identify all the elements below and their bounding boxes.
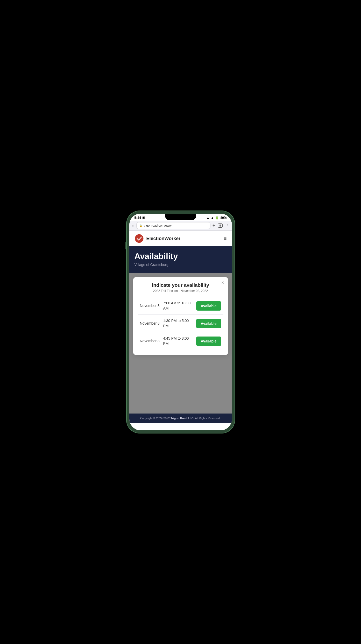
status-bar: 5:44 ▣ ▲ ▲ 🔋 89% <box>129 214 232 221</box>
app-content: ElectionWorker ≡ Availability Village of… <box>129 231 232 423</box>
bottom-gray-area <box>129 358 232 414</box>
sim-icon: ▣ <box>142 216 145 219</box>
svg-point-0 <box>135 234 144 243</box>
page-title: Availability <box>135 251 227 261</box>
avail-time-1: 7:00 AM to 10:30 AM <box>163 301 194 311</box>
logo-text: ElectionWorker <box>146 236 181 241</box>
available-button-2[interactable]: Available <box>196 319 221 328</box>
avail-time-2: 1:30 PM to 5:00 PM <box>163 318 194 328</box>
time-display: 5:44 <box>135 216 141 220</box>
url-bar[interactable]: 🔒 trigonroad.com/ew/v <box>136 222 210 229</box>
availability-row: November 8 7:00 AM to 10:30 AM Available <box>138 297 223 314</box>
phone-screen: 5:44 ▣ ▲ ▲ 🔋 89% ⌂ 🔒 trigonroad.com/ew/v… <box>129 214 232 430</box>
add-tab-button[interactable]: + <box>213 223 215 228</box>
available-button-1[interactable]: Available <box>196 301 221 311</box>
overlay-background: × Indicate your availability 2022 Fall E… <box>129 273 232 423</box>
tab-count-badge[interactable]: 9 <box>218 223 222 228</box>
page-subtitle: Village of Grantsburg <box>135 263 227 267</box>
browser-actions: + 9 ⋮ <box>213 223 229 228</box>
logo-area: ElectionWorker <box>135 234 181 243</box>
avail-date-2: November 8 <box>140 321 161 326</box>
status-left: 5:44 ▣ <box>135 216 145 220</box>
footer-brand: Trigon Road LLC <box>171 417 194 420</box>
page-header: Availability Village of Grantsburg <box>129 246 232 273</box>
battery-percent: 89% <box>220 216 226 220</box>
modal-title: Indicate your availability <box>138 282 223 288</box>
wifi-icon: ▲ <box>207 216 210 220</box>
avail-date-1: November 8 <box>140 303 161 309</box>
app-header: ElectionWorker ≡ <box>129 231 232 246</box>
phone-frame: 5:44 ▣ ▲ ▲ 🔋 89% ⌂ 🔒 trigonroad.com/ew/v… <box>126 211 235 433</box>
modal-subtitle: 2022 Fall Election - November 08, 2022 <box>138 289 223 293</box>
status-right: ▲ ▲ 🔋 89% <box>207 216 227 220</box>
lock-icon: 🔒 <box>139 224 142 227</box>
app-footer: Copyright © 2022-2022 Trigon Road LLC. A… <box>129 414 232 423</box>
url-text: trigonroad.com/ew/v <box>144 224 172 227</box>
avail-time-3: 4:45 PM to 8:00 PM <box>163 336 194 346</box>
home-icon[interactable]: ⌂ <box>132 223 135 228</box>
more-menu-button[interactable]: ⋮ <box>225 223 229 228</box>
battery-icon: 🔋 <box>215 216 219 220</box>
availability-row: November 8 4:45 PM to 8:00 PM Available <box>138 332 223 350</box>
avail-date-3: November 8 <box>140 339 161 344</box>
logo-icon <box>135 234 144 243</box>
notch <box>165 214 196 220</box>
browser-bar: ⌂ 🔒 trigonroad.com/ew/v + 9 ⋮ <box>129 221 232 231</box>
availability-row: November 8 1:30 PM to 5:00 PM Available <box>138 314 223 332</box>
modal-close-button[interactable]: × <box>221 280 224 285</box>
hamburger-menu-button[interactable]: ≡ <box>224 236 227 241</box>
signal-icon: ▲ <box>211 216 214 220</box>
availability-modal: × Indicate your availability 2022 Fall E… <box>133 277 228 355</box>
footer-copyright: Copyright © 2022-2022 Trigon Road LLC. A… <box>135 417 227 420</box>
available-button-3[interactable]: Available <box>196 337 221 346</box>
